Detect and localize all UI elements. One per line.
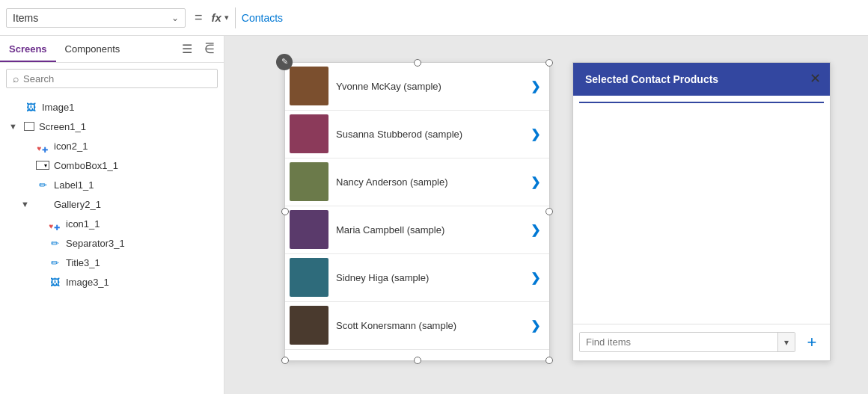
contact-item-1[interactable]: Susanna Stubberod (sample) ❯: [285, 111, 549, 158]
tree-arrow-placeholder: [33, 258, 43, 267]
tab-components[interactable]: Components: [56, 36, 129, 62]
add-icon: +: [807, 333, 817, 352]
contact-chevron-5: ❯: [531, 318, 540, 333]
contact-avatar-5: [285, 301, 333, 349]
title-icon: ✏: [48, 256, 61, 269]
fx-icon: fx: [212, 11, 221, 24]
tree-label-separator3: Separator3_1: [66, 238, 125, 249]
resize-handle-bottom-left[interactable]: [281, 357, 289, 364]
tree-arrow-placeholder: [33, 277, 43, 286]
contact-name-3: Maria Campbell (sample): [333, 224, 531, 236]
resize-handle-bottom-right[interactable]: [545, 357, 553, 364]
tree-item-icon2[interactable]: ♥ ✚ icon2_1: [0, 136, 224, 156]
canvas-container: ✎ Yvonne McKay (sample) ❯: [262, 55, 831, 376]
avatar-img-0: [290, 67, 328, 105]
edit-handle[interactable]: ✎: [276, 54, 293, 70]
contact-name-5: Scott Konersmann (sample): [333, 320, 531, 331]
tree-arrow-screen1: ▼: [9, 122, 19, 131]
search-input[interactable]: [23, 73, 211, 84]
tree-item-screen1[interactable]: ▼ Screen1_1: [0, 117, 224, 136]
separator-icon: ✏: [48, 236, 61, 250]
avatar-img-3: [290, 210, 328, 249]
avatar-img-4: [290, 258, 328, 297]
products-body: [573, 103, 830, 115]
resize-handle-top-right[interactable]: [545, 59, 553, 67]
formula-value: Contacts: [242, 12, 283, 24]
contact-list-widget: ✎ Yvonne McKay (sample) ❯: [284, 62, 550, 361]
find-input-chevron-icon[interactable]: ▾: [777, 333, 795, 351]
contact-name-0: Yvonne McKay (sample): [333, 81, 531, 92]
canvas-area: ✎ Yvonne McKay (sample) ❯: [224, 36, 868, 394]
contact-item-2[interactable]: Nancy Anderson (sample) ❯: [285, 158, 549, 206]
contact-avatar-3: [285, 206, 333, 253]
resize-handle-bottom-center[interactable]: [414, 357, 421, 364]
image3-icon: 🖼: [48, 275, 61, 289]
tree-arrow-placeholder: [21, 141, 31, 150]
tree-arrow-placeholder: [21, 180, 31, 189]
products-header: Selected Contact Products: [573, 63, 830, 96]
main-content: Screens Components ☰ ⋶ ⌕ 🖼 Image1 ▼: [0, 36, 868, 394]
tree-area: 🖼 Image1 ▼ Screen1_1 ♥ ✚ icon2_1: [0, 94, 224, 394]
tab-screens[interactable]: Screens: [0, 36, 56, 62]
contact-item-5[interactable]: Scott Konersmann (sample) ❯: [285, 302, 549, 350]
tree-label-image3: Image3_1: [66, 277, 109, 288]
products-close-button[interactable]: ✕: [810, 70, 821, 87]
tree-item-separator3[interactable]: ✏ Separator3_1: [0, 233, 224, 253]
find-input-wrap[interactable]: ▾: [579, 332, 795, 352]
combobox-icon: ▾: [36, 161, 49, 170]
search-icon: ⌕: [13, 73, 19, 84]
icon-ctrl-icon: ♥ ✚: [36, 139, 49, 153]
avatar-img-2: [290, 162, 328, 201]
contact-chevron-0: ❯: [531, 79, 540, 93]
avatar-img-1: [290, 114, 328, 153]
contact-avatar-4: [285, 253, 333, 301]
tree-arrow-placeholder: [9, 102, 19, 111]
contact-chevron-3: ❯: [531, 223, 540, 237]
tree-label-gallery2: Gallery2_1: [54, 199, 101, 210]
list-view-icon[interactable]: ☰: [179, 39, 195, 59]
formula-divider: [235, 7, 236, 28]
tree-item-combobox[interactable]: ▾ ComboBox1_1: [0, 156, 224, 175]
icon-ctrl-icon2: ♥ ✚: [48, 217, 61, 230]
sidebar: Screens Components ☰ ⋶ ⌕ 🖼 Image1 ▼: [0, 36, 224, 394]
tree-label-screen1: Screen1_1: [39, 121, 86, 132]
search-box[interactable]: ⌕: [6, 69, 218, 88]
contact-avatar-2: [285, 158, 333, 206]
contact-chevron-1: ❯: [531, 127, 540, 141]
tree-arrow-placeholder: [33, 219, 43, 228]
contact-item-4[interactable]: Sidney Higa (sample) ❯: [285, 254, 549, 302]
screen-icon: [24, 122, 34, 131]
tree-label-label1: Label1_1: [54, 179, 94, 191]
add-item-button[interactable]: +: [800, 330, 824, 354]
formula-bar: fx ▾ Contacts: [212, 7, 284, 28]
tree-item-gallery2[interactable]: ▼ Gallery2_1: [0, 194, 224, 214]
resize-handle-left-center[interactable]: [281, 208, 289, 215]
resize-handle-right-center[interactable]: [545, 208, 553, 215]
contact-item-3[interactable]: Maria Campbell (sample) ❯: [285, 206, 549, 254]
contact-avatar-0: [285, 62, 333, 110]
contact-name-1: Susanna Stubberod (sample): [333, 129, 531, 140]
close-icon: ✕: [810, 71, 821, 86]
tree-label-image1: Image1: [42, 102, 74, 113]
tree-label-title3: Title3_1: [66, 257, 100, 268]
label-icon: ✏: [36, 178, 49, 191]
equals-sign: =: [192, 10, 206, 25]
resize-handle-top-center[interactable]: [414, 59, 421, 67]
contact-chevron-4: ❯: [531, 271, 540, 285]
tree-item-title3[interactable]: ✏ Title3_1: [0, 253, 224, 272]
tree-item-image1[interactable]: 🖼 Image1: [0, 97, 224, 117]
tree-item-icon1[interactable]: ♥ ✚ icon1_1: [0, 214, 224, 233]
items-dropdown[interactable]: Items ⌄: [6, 8, 186, 28]
grid-view-icon[interactable]: ⋶: [201, 39, 218, 59]
dropdown-arrow-icon: ⌄: [171, 13, 179, 23]
tree-label-icon1: icon1_1: [66, 218, 100, 230]
products-panel: Selected Contact Products ✕ ▾ +: [572, 62, 831, 361]
find-items-input[interactable]: [580, 333, 777, 351]
products-title: Selected Contact Products: [585, 73, 718, 85]
contact-item-0[interactable]: Yvonne McKay (sample) ❯: [285, 63, 549, 111]
tree-item-label1[interactable]: ✏ Label1_1: [0, 175, 224, 194]
image-icon: 🖼: [24, 100, 37, 114]
tree-arrow-gallery2: ▼: [21, 200, 31, 209]
contact-chevron-2: ❯: [531, 175, 540, 189]
tree-item-image3[interactable]: 🖼 Image3_1: [0, 272, 224, 292]
